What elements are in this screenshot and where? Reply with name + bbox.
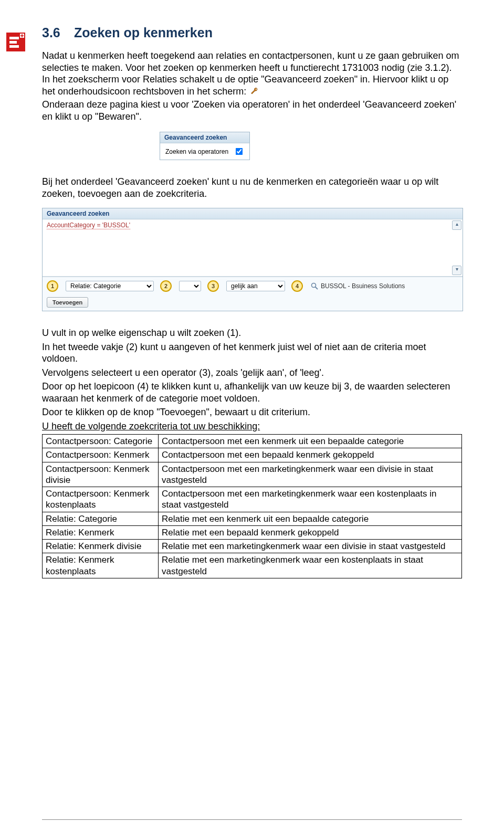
table-row: Contactpersoon: CategorieContactpersoon … [43, 435, 462, 448]
criteria-desc-cell: Relatie met een marketingkenmerk waar ee… [159, 553, 462, 578]
lookup-value-text: BUSSOL - Bsuiness Solutions [321, 282, 405, 290]
table-row: Relatie: CategorieRelatie met een kenmer… [43, 512, 462, 525]
svg-line-9 [316, 287, 318, 290]
page-footer: Eddon Software BV | Marketing Add-on SE … [0, 819, 504, 822]
add-criterion-button[interactable]: Toevoegen [47, 297, 88, 308]
instruction-line-1: U vult in op welke eigenschap u wilt zoe… [42, 327, 462, 339]
wrench-icon [250, 87, 259, 99]
table-row: Contactpersoon: Kenmerk divisieContactpe… [43, 462, 462, 487]
panel2-header: Geavanceerd zoeken [43, 208, 463, 219]
criteria-desc-cell: Contactpersoon met een bepaald kenmerk g… [159, 448, 462, 462]
table-row: Relatie: Kenmerk divisieRelatie met een … [43, 540, 462, 553]
advanced-search-panel: Geavanceerd zoeken AccountCategory = 'BU… [42, 208, 463, 311]
operator-select[interactable]: gelijk aan [226, 281, 285, 291]
svg-rect-2 [9, 41, 17, 44]
marker-4: 4 [291, 280, 303, 292]
criteria-table-label: U heeft de volgende zoekcriteria tot uw … [42, 420, 462, 433]
criteria-name-cell: Contactpersoon: Kenmerk divisie [43, 462, 159, 487]
criteria-expression-text: AccountCategory = 'BUSSOL' [47, 222, 130, 229]
field-select[interactable]: Relatie: Categorie [66, 281, 154, 291]
paragraph-2: Bij het onderdeel 'Geavanceerd zoeken' k… [42, 176, 462, 199]
svg-point-8 [312, 283, 316, 288]
criteria-name-cell: Relatie: Categorie [43, 512, 159, 525]
instruction-line-2: In het tweede vakje (2) kunt u aangeven … [42, 341, 462, 365]
negate-select[interactable] [179, 281, 201, 291]
criteria-name-cell: Contactpersoon: Kenmerk kostenplaats [43, 487, 159, 512]
brand-logo [6, 33, 25, 51]
value-lookup[interactable]: BUSSOL - Bsuiness Solutions [310, 282, 405, 290]
intro-paragraph: Nadat u kenmerken heeft toegekend aan re… [42, 50, 462, 122]
instruction-line-4: Door op het loepicoon (4) te klikken kun… [42, 381, 462, 404]
criteria-name-cell: Contactpersoon: Categorie [43, 435, 159, 448]
instruction-line-3: Vervolgens selecteert u een operator (3)… [42, 367, 462, 379]
criteria-desc-cell: Contactpersoon met een kenmerk uit een b… [159, 435, 462, 448]
criteria-name-cell: Relatie: Kenmerk divisie [43, 540, 159, 553]
advanced-search-settings-panel: Geavanceerd zoeken Zoeken via operatoren [160, 132, 250, 160]
marker-3: 3 [207, 280, 219, 292]
scroll-down-button[interactable]: ▾ [452, 266, 461, 275]
svg-rect-3 [9, 45, 19, 48]
criteria-desc-cell: Relatie met een kenmerk uit een bepaalde… [159, 512, 462, 525]
scroll-up-button[interactable]: ▴ [452, 220, 461, 230]
criteria-desc-cell: Contactpersoon met een marketingkenmerk … [159, 462, 462, 487]
section-number: 3.6 [42, 25, 70, 40]
table-row: Relatie: Kenmerk kostenplaatsRelatie met… [43, 553, 462, 578]
svg-rect-1 [9, 37, 19, 39]
marker-2: 2 [160, 280, 172, 292]
criteria-expression-area[interactable]: AccountCategory = 'BUSSOL' ▴ ▾ [43, 219, 463, 277]
panel1-header: Geavanceerd zoeken [160, 132, 249, 143]
magnifier-icon[interactable] [310, 282, 319, 290]
table-row: Relatie: KenmerkRelatie met een bepaald … [43, 525, 462, 539]
instruction-line-5: Door te klikken op de knop "Toevoegen", … [42, 406, 462, 418]
criteria-name-cell: Relatie: Kenmerk kostenplaats [43, 553, 159, 578]
section-heading: 3.6 Zoeken op kenmerken [42, 25, 462, 40]
criteria-name-cell: Contactpersoon: Kenmerk [43, 448, 159, 462]
svg-point-7 [256, 89, 257, 90]
search-via-operators-checkbox[interactable] [236, 148, 243, 155]
criteria-table: Contactpersoon: CategorieContactpersoon … [42, 434, 462, 578]
criteria-desc-cell: Contactpersoon met een marketingkenmerk … [159, 487, 462, 512]
criteria-desc-cell: Relatie met een marketingkenmerk waar ee… [159, 540, 462, 553]
table-row: Contactpersoon: Kenmerk kostenplaatsCont… [43, 487, 462, 512]
criteria-desc-cell: Relatie met een bepaald kenmerk gekoppel… [159, 525, 462, 539]
section-title: Zoeken op kenmerken [74, 25, 213, 40]
panel1-option-label: Zoeken via operatoren [165, 148, 228, 155]
criteria-name-cell: Relatie: Kenmerk [43, 525, 159, 539]
table-row: Contactpersoon: KenmerkContactpersoon me… [43, 448, 462, 462]
marker-1: 1 [47, 280, 58, 292]
